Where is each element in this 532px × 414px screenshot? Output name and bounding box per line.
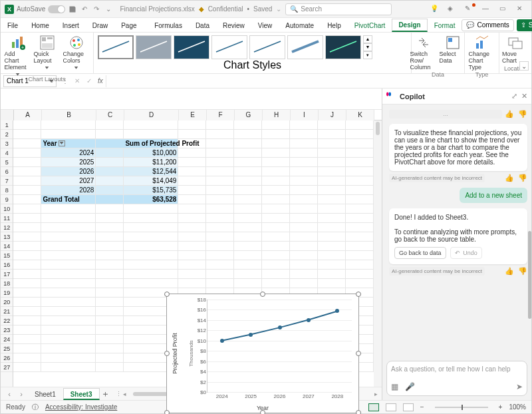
cell[interactable] [13, 130, 41, 139]
cell[interactable] [318, 186, 346, 195]
column-header[interactable]: D [124, 110, 179, 120]
row-header[interactable]: 2 [1, 130, 13, 139]
change-chart-type-button[interactable]: Change Chart Type [469, 35, 495, 71]
window-minimize-icon[interactable]: — [482, 5, 491, 14]
send-icon[interactable]: ➤ [516, 382, 523, 391]
chart-plot-area[interactable]: $0$2$4$6$8$10$12$14$16$18202420252026202… [207, 300, 352, 393]
filename-label[interactable]: Financial Projections.xlsx [120, 5, 194, 13]
cell[interactable]: Year [41, 139, 96, 148]
cell[interactable] [41, 363, 96, 372]
new-sheet-button[interactable]: ＋ [100, 388, 112, 400]
cell[interactable] [262, 223, 290, 232]
cell[interactable] [41, 344, 96, 353]
cell[interactable] [178, 139, 206, 148]
column-header[interactable]: I [291, 110, 319, 120]
cell[interactable] [178, 260, 206, 270]
move-chart-button[interactable]: Move Chart [502, 35, 529, 65]
cell[interactable] [262, 139, 290, 148]
cell[interactable] [41, 232, 96, 242]
cell[interactable] [96, 279, 124, 288]
add-chart-element-button[interactable]: + Add Chart Element [5, 35, 31, 76]
cell[interactable] [206, 130, 234, 139]
cell[interactable] [13, 344, 41, 353]
cell[interactable] [178, 130, 206, 139]
cell[interactable] [290, 158, 318, 167]
cell[interactable] [96, 325, 124, 335]
cell[interactable] [13, 335, 41, 344]
cell[interactable]: 2027 [41, 176, 96, 186]
copilot-expand-icon[interactable]: ⤢ [511, 92, 517, 101]
column-header[interactable]: H [263, 110, 291, 120]
cell[interactable] [262, 186, 290, 195]
cell[interactable] [290, 176, 318, 186]
quick-layout-button[interactable]: Quick Layout [34, 35, 61, 69]
cell[interactable] [124, 242, 178, 251]
cell[interactable] [262, 148, 290, 158]
zoom-out-button[interactable]: − [420, 403, 424, 411]
cell[interactable] [318, 260, 346, 270]
cell[interactable] [234, 223, 262, 232]
column-header[interactable]: C [96, 110, 124, 120]
select-all-triangle[interactable] [1, 110, 14, 120]
cell[interactable] [346, 270, 374, 279]
cell[interactable] [178, 270, 206, 279]
cell[interactable] [262, 232, 290, 242]
resize-handle[interactable] [164, 410, 170, 414]
cell[interactable] [206, 120, 234, 130]
cell[interactable] [234, 214, 262, 223]
cell[interactable] [178, 214, 206, 223]
cell[interactable] [41, 214, 96, 223]
cell[interactable] [206, 204, 234, 214]
save-icon[interactable] [68, 5, 77, 14]
zoom-level[interactable]: 100% [509, 403, 526, 411]
chart-style-2[interactable] [136, 35, 172, 59]
collapse-ribbon-button[interactable]: ⌄ [519, 61, 529, 71]
undo-icon[interactable]: ↶ [80, 5, 89, 14]
cell[interactable] [41, 260, 96, 270]
row-header[interactable]: 4 [1, 148, 13, 158]
cell[interactable] [234, 139, 262, 148]
cell[interactable] [206, 167, 234, 176]
sheet-nav-next-button[interactable]: › [20, 390, 23, 398]
cell[interactable] [318, 167, 346, 176]
cell[interactable] [124, 232, 178, 242]
cell[interactable] [96, 195, 124, 204]
ribbon-tab-automate[interactable]: Automate [279, 18, 321, 33]
accessibility-status[interactable]: Accessibility: Investigate [45, 403, 117, 411]
cell[interactable] [318, 139, 346, 148]
row-header[interactable]: 14 [1, 242, 13, 251]
cell[interactable] [234, 148, 262, 158]
cell[interactable] [13, 176, 41, 186]
cell[interactable] [234, 176, 262, 186]
cell[interactable] [96, 186, 124, 195]
cell[interactable] [346, 232, 374, 242]
row-header[interactable]: 26 [1, 353, 13, 363]
cell[interactable]: $14,049 [124, 176, 178, 186]
chart-style-3[interactable] [174, 35, 209, 59]
cell[interactable] [346, 223, 374, 232]
row-header[interactable]: 17 [1, 270, 13, 279]
change-colors-button[interactable]: Change Colors [63, 35, 90, 69]
cell[interactable]: 2024 [41, 148, 96, 158]
cell[interactable] [318, 204, 346, 214]
window-close-icon[interactable]: ✕ [517, 5, 526, 14]
cell[interactable] [206, 195, 234, 204]
cell[interactable] [96, 307, 124, 316]
resize-handle[interactable] [356, 410, 361, 414]
column-header[interactable]: F [207, 110, 235, 120]
switch-row-column-button[interactable]: Switch Row/ Column [410, 35, 437, 71]
view-prompts-icon[interactable]: ▦ [391, 382, 398, 391]
chart-styles-gallery[interactable]: ▲ ▼ ▾ [98, 35, 407, 59]
cell[interactable] [262, 167, 290, 176]
cell[interactable] [41, 316, 96, 325]
resize-handle[interactable] [164, 351, 170, 356]
cell[interactable] [206, 251, 234, 260]
cell[interactable] [41, 335, 96, 344]
row-header[interactable]: 27 [1, 363, 13, 372]
row-header[interactable]: 22 [1, 316, 13, 325]
cell[interactable] [234, 251, 262, 260]
row-header[interactable]: 20 [1, 298, 13, 307]
cell[interactable] [13, 120, 41, 130]
ribbon-tab-formulas[interactable]: Formulas [148, 18, 189, 33]
cell[interactable] [178, 223, 206, 232]
